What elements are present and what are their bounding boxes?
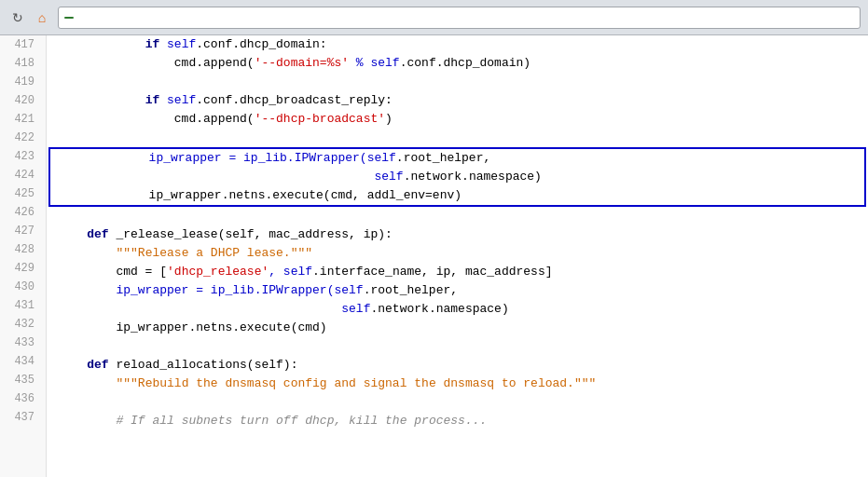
- line-number: 436: [7, 389, 38, 408]
- line-number: 418: [7, 54, 38, 73]
- line-number: 427: [7, 222, 38, 240]
- line-number: 426: [7, 203, 38, 222]
- code-line: """Rebuild the dnsmasq config and signal…: [47, 375, 868, 393]
- code-line: cmd.append('--domain=%s' % self.conf.dhc…: [47, 54, 868, 73]
- code-line: cmd = ['dhcp_release', self.interface_na…: [47, 263, 868, 281]
- code-line: def reload_allocations(self):: [47, 356, 868, 375]
- refresh-icon: ↻: [12, 10, 23, 25]
- code-line: self.network.namespace): [47, 300, 868, 319]
- code-line: [47, 393, 868, 412]
- code-line: self.network.namespace): [50, 168, 864, 186]
- code-line: # If all subnets turn off dhcp, kill the…: [47, 412, 868, 430]
- line-number: 435: [7, 371, 38, 389]
- code-line: if self.conf.dhcp_broadcast_reply:: [47, 91, 868, 110]
- ssl-badge: [64, 17, 74, 19]
- line-number: 424: [7, 166, 38, 184]
- code-line: ip_wrapper = ip_lib.IPWrapper(self.root_…: [50, 149, 864, 168]
- line-number: 421: [7, 110, 38, 129]
- code-line: [47, 73, 868, 91]
- refresh-button[interactable]: ↻: [7, 7, 28, 28]
- code-line: ip_wrapper = ip_lib.IPWrapper(self.root_…: [47, 281, 868, 300]
- line-number: 429: [7, 259, 38, 278]
- code-line: ip_wrapper.netns.execute(cmd, addl_env=e…: [50, 186, 864, 205]
- line-number: 437: [7, 408, 38, 427]
- line-number: 420: [7, 91, 38, 110]
- highlight-box: ip_wrapper = ip_lib.IPWrapper(self.root_…: [48, 147, 866, 207]
- home-button[interactable]: ⌂: [32, 7, 52, 28]
- line-number: 428: [7, 240, 38, 259]
- code-line: cmd.append('--dhcp-broadcast'): [47, 110, 868, 129]
- nav-icons: ↻ ⌂: [7, 7, 52, 28]
- line-number: 430: [7, 278, 38, 296]
- address-bar[interactable]: [58, 7, 861, 29]
- line-number: 422: [7, 129, 38, 147]
- line-number: 417: [7, 35, 38, 54]
- browser-chrome: ↻ ⌂: [0, 0, 868, 35]
- code-line: """Release a DHCP lease.""": [47, 244, 868, 263]
- home-icon: ⌂: [38, 10, 46, 25]
- line-number: 432: [7, 315, 38, 334]
- code-line: ip_wrapper.netns.execute(cmd): [47, 319, 868, 337]
- code-line: [47, 129, 868, 147]
- line-number: 423: [7, 147, 38, 166]
- code-line: [47, 207, 868, 225]
- line-number: 419: [7, 73, 38, 91]
- line-number: 433: [7, 334, 38, 352]
- code-line: if self.conf.dhcp_domain:: [47, 35, 868, 54]
- code-line: def _release_lease(self, mac_address, ip…: [47, 225, 868, 244]
- line-number: 425: [7, 184, 38, 203]
- browser-window: ↻ ⌂ 417418419420421422423424425426427428…: [0, 0, 868, 477]
- line-number: 431: [7, 296, 38, 315]
- code-line: [47, 337, 868, 356]
- line-number: 434: [7, 352, 38, 371]
- code-content: if self.conf.dhcp_domain: cmd.append('--…: [47, 35, 868, 477]
- code-area: 4174184194204214224234244254264274284294…: [0, 35, 868, 477]
- line-numbers: 4174184194204214224234244254264274284294…: [0, 35, 47, 477]
